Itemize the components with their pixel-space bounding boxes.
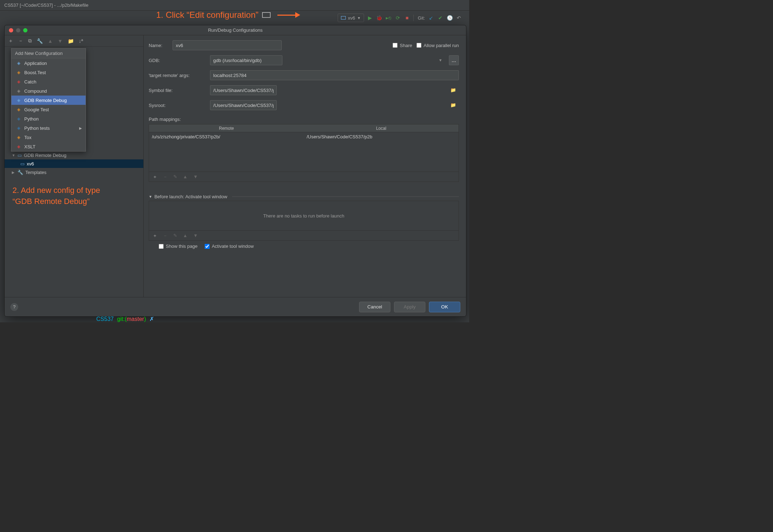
vcs-update-icon[interactable]: ↙: [428, 15, 434, 21]
tree-templates[interactable]: ▶ 🔧 Templates: [5, 168, 143, 177]
gdb-field[interactable]: [210, 55, 282, 65]
svg-rect-0: [341, 16, 345, 20]
undo-icon[interactable]: ↶: [456, 15, 462, 21]
before-launch-header[interactable]: ▼ Before launch: Activate tool window: [149, 194, 459, 199]
sort-icon[interactable]: ↓ª: [79, 38, 83, 44]
run-icon[interactable]: ▶: [367, 15, 373, 21]
ide-title: CS537 [~/Code/CS537] - .../p2b/Makefile: [4, 2, 88, 8]
dialog-footer: ? Cancel Apply OK: [5, 297, 466, 316]
blank-indicator: [262, 12, 271, 18]
edit-icon[interactable]: ✎: [173, 233, 177, 238]
dialog-title: Run/Debug Configurations: [5, 27, 466, 33]
activate-tool-checkbox[interactable]: Activate tool window: [205, 244, 254, 249]
wrench-icon: 🔧: [17, 170, 23, 175]
apply-button[interactable]: Apply: [394, 302, 425, 312]
run-debug-dialog: Run/Debug Configurations ＋ － ⧉ 🔧 ▲ ▼ 📁 ↓…: [4, 25, 466, 317]
popup-item-application[interactable]: ◈Application: [11, 58, 86, 68]
chevron-down-icon[interactable]: ▾: [439, 57, 442, 63]
stop-icon[interactable]: ■: [404, 15, 410, 21]
annotation-2: 2. Add new config of type “GDB Remote De…: [12, 185, 100, 207]
popup-item-catch[interactable]: ◈Catch: [11, 77, 86, 86]
remove-icon[interactable]: －: [163, 174, 168, 180]
edit-icon[interactable]: ✎: [173, 174, 177, 179]
gdb-browse-button[interactable]: …: [449, 55, 459, 65]
show-page-checkbox[interactable]: Show this page: [159, 244, 198, 249]
gt-icon: ◈: [16, 107, 21, 112]
copy-icon[interactable]: ⧉: [28, 38, 32, 44]
mappings-label: Path mappings:: [149, 117, 459, 122]
down-icon[interactable]: ▼: [193, 233, 198, 238]
popup-item-boost-test[interactable]: ◈Boost.Test: [11, 68, 86, 77]
up-icon[interactable]: ▲: [183, 233, 188, 238]
share-checkbox[interactable]: Share: [393, 43, 412, 48]
popup-header: Add New Configuration: [11, 48, 86, 58]
debug-icon[interactable]: 🐞: [376, 15, 383, 21]
add-config-popup: Add New Configuration ◈Application◈Boost…: [11, 48, 86, 152]
chevron-down-icon: ▼: [149, 195, 152, 199]
down-icon[interactable]: ▼: [193, 174, 198, 179]
up-icon[interactable]: ▲: [48, 38, 53, 44]
before-launch-toolbar: ＋ － ✎ ▲ ▼: [149, 231, 459, 241]
popup-item-xslt[interactable]: ◈XSLT: [11, 142, 86, 151]
popup-item-compound[interactable]: ◈Compound: [11, 86, 86, 96]
ok-button[interactable]: OK: [429, 302, 460, 312]
chevron-down-icon: ▼: [12, 153, 15, 157]
bt-icon: ◈: [16, 70, 21, 75]
help-icon[interactable]: ?: [10, 303, 18, 311]
chevron-down-icon: ▼: [357, 16, 361, 20]
cancel-button[interactable]: Cancel: [359, 302, 390, 312]
coverage-icon[interactable]: ▸⎋: [385, 15, 392, 21]
popup-item-python-tests[interactable]: ◈Python tests▶: [11, 123, 86, 133]
terminal-prompt: CS537 git:(master) ✗: [96, 316, 154, 322]
col-local: Local: [304, 126, 459, 131]
wrench-icon[interactable]: 🔧: [37, 38, 43, 44]
gdb-icon: ◈: [16, 97, 21, 103]
sysroot-field[interactable]: [210, 100, 277, 110]
add-icon[interactable]: ＋: [153, 232, 157, 239]
dialog-titlebar: Run/Debug Configurations: [5, 25, 466, 35]
popup-item-tox[interactable]: ◈Tox: [11, 133, 86, 142]
down-icon[interactable]: ▼: [58, 38, 63, 44]
popup-item-google-test[interactable]: ◈Google Test: [11, 105, 86, 114]
path-mappings-table: Remote Local /u/s/z/szhong/private/CS537…: [149, 124, 459, 182]
cell-local: /Users/Shawn/Code/CS537/p2b: [304, 134, 459, 139]
folder-icon[interactable]: 📁: [68, 38, 74, 44]
symbol-label: Symbol file:: [149, 88, 206, 93]
vcs-history-icon[interactable]: 🕓: [446, 15, 453, 21]
cmp-icon: ◈: [16, 88, 21, 94]
popup-item-gdb-remote-debug[interactable]: ◈GDB Remote Debug: [11, 96, 86, 105]
allow-parallel-checkbox[interactable]: Allow parallel run: [416, 43, 459, 48]
add-icon[interactable]: ＋: [153, 174, 157, 180]
gdb-icon: ▭: [17, 153, 22, 158]
popup-item-python[interactable]: ◈Python: [11, 114, 86, 123]
add-icon[interactable]: ＋: [8, 38, 13, 44]
run-config-selector[interactable]: xv6 ▼: [338, 14, 364, 22]
target-field[interactable]: [210, 70, 459, 80]
profile-icon[interactable]: ⟳: [395, 15, 401, 21]
up-icon[interactable]: ▲: [183, 174, 188, 179]
pyt-icon: ◈: [16, 125, 21, 131]
py-icon: ◈: [16, 116, 21, 122]
ide-toolbar: 1. Click “Edit configuration” xv6 ▼ ▶ 🐞 …: [0, 11, 469, 25]
run-config-name: xv6: [348, 15, 355, 21]
arrow-icon: [277, 12, 300, 18]
remove-icon[interactable]: －: [18, 38, 23, 44]
vcs-commit-icon[interactable]: ✔: [437, 15, 444, 21]
folder-icon[interactable]: 📁: [450, 87, 456, 93]
remove-icon[interactable]: －: [163, 232, 168, 239]
config-form: Name: Share Allow parallel run GDB: ▾ … …: [144, 35, 466, 297]
ide-titlebar: CS537 [~/Code/CS537] - .../p2b/Makefile: [0, 0, 469, 11]
table-row[interactable]: /u/s/z/szhong/private/CS537/p2b/ /Users/…: [149, 132, 459, 141]
config-icon: [341, 15, 346, 20]
tree-item-xv6[interactable]: ▭ xv6: [5, 159, 143, 168]
name-label: Name:: [149, 43, 168, 48]
git-label: Git:: [418, 15, 425, 21]
gdb-label: GDB:: [149, 58, 206, 63]
symbol-field[interactable]: [210, 85, 277, 95]
target-label: 'target remote' args:: [149, 73, 206, 78]
tree-group-gdb[interactable]: ▼ ▭ GDB Remote Debug: [5, 151, 143, 159]
name-field[interactable]: [173, 40, 282, 50]
mapping-toolbar: ＋ － ✎ ▲ ▼: [149, 172, 459, 181]
folder-icon[interactable]: 📁: [450, 102, 456, 108]
config-tree-panel: ＋ － ⧉ 🔧 ▲ ▼ 📁 ↓ª Add New Configuration ◈…: [5, 35, 144, 297]
